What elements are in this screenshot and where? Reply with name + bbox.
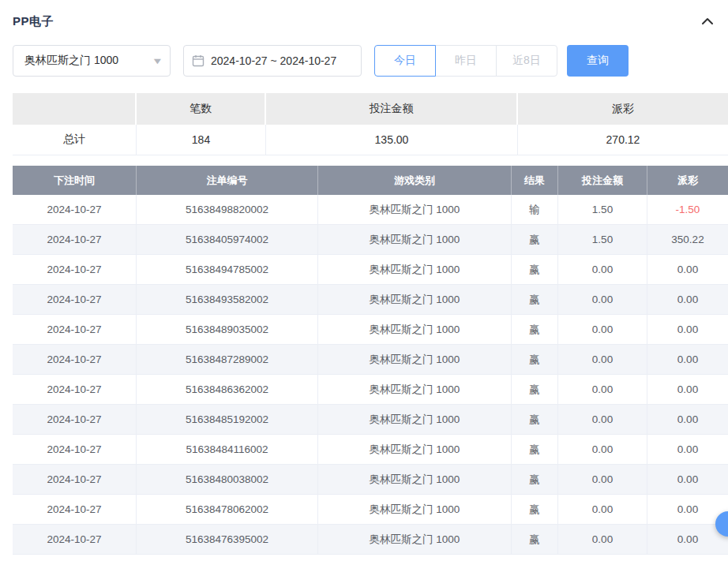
table-row: 2024-10-27 51638405974002 奥林匹斯之门 1000 赢 … [13, 225, 728, 255]
cell-result: 赢 [512, 255, 558, 285]
header-bet-amount: 投注金额 [558, 166, 647, 195]
today-button[interactable]: 今日 [374, 45, 436, 77]
pp-electronic-panel: PP电子 奥林匹斯之门 1000 ▼ 2024-10-27 ~ 2024-10-… [0, 0, 728, 561]
cell-bet-amount: 0.00 [558, 375, 647, 405]
cell-bet-time: 2024-10-27 [13, 345, 137, 375]
cell-bet-time: 2024-10-27 [13, 495, 137, 525]
summary-bet-amount-value: 135.00 [266, 125, 518, 155]
game-select-value: 奥林匹斯之门 1000 [24, 54, 118, 68]
summary-header-payout: 派彩 [518, 93, 728, 125]
table-header-row: 下注时间 注单编号 游戏类别 结果 投注金额 派彩 [13, 166, 728, 195]
header-result: 结果 [512, 166, 558, 195]
cell-bet-time: 2024-10-27 [13, 255, 137, 285]
summary-payout-value: 270.12 [518, 125, 728, 155]
cell-bet-time: 2024-10-27 [13, 465, 137, 495]
cell-bet-id: 51638487289002 [137, 345, 318, 375]
last-8-days-button[interactable]: 近8日 [496, 45, 557, 77]
cell-payout: 0.00 [647, 435, 728, 465]
table-row: 2024-10-27 51638476395002 奥林匹斯之门 1000 赢 … [13, 525, 728, 555]
cell-result: 赢 [512, 465, 558, 495]
header-bet-id: 注单编号 [137, 166, 318, 195]
search-button[interactable]: 查询 [567, 45, 629, 77]
cell-bet-amount: 1.50 [558, 195, 647, 225]
summary-header-bet-amount: 投注金额 [266, 93, 518, 125]
cell-game-category: 奥林匹斯之门 1000 [318, 495, 512, 525]
cell-bet-id: 51638486362002 [137, 375, 318, 405]
cell-bet-time: 2024-10-27 [13, 225, 137, 255]
cell-bet-id: 51638476395002 [137, 525, 318, 555]
panel-header: PP电子 [13, 11, 728, 32]
cell-bet-id: 51638405974002 [137, 225, 318, 255]
table-row: 2024-10-27 51638485192002 奥林匹斯之门 1000 赢 … [13, 405, 728, 435]
cell-payout: 0.00 [647, 465, 728, 495]
date-range-value: 2024-10-27 ~ 2024-10-27 [211, 54, 336, 67]
cell-game-category: 奥林匹斯之门 1000 [318, 255, 512, 285]
quick-date-buttons: 今日 昨日 近8日 [374, 45, 557, 77]
collapse-chevron-icon[interactable] [701, 17, 714, 25]
date-range-picker[interactable]: 2024-10-27 ~ 2024-10-27 [183, 45, 362, 77]
cell-game-category: 奥林匹斯之门 1000 [318, 345, 512, 375]
cell-bet-time: 2024-10-27 [13, 285, 137, 315]
summary-header-empty [13, 93, 137, 125]
summary-count-value: 184 [137, 125, 266, 155]
bets-table: 下注时间 注单编号 游戏类别 结果 投注金额 派彩 2024-10-27 516… [13, 166, 728, 555]
table-row: 2024-10-27 51638484116002 奥林匹斯之门 1000 赢 … [13, 435, 728, 465]
cell-bet-amount: 0.00 [558, 405, 647, 435]
cell-bet-time: 2024-10-27 [13, 195, 137, 225]
table-row: 2024-10-27 51638478062002 奥林匹斯之门 1000 赢 … [13, 495, 728, 525]
cell-bet-amount: 0.00 [558, 285, 647, 315]
cell-payout: 350.22 [647, 225, 728, 255]
header-game-category: 游戏类别 [318, 166, 512, 195]
cell-result: 赢 [512, 345, 558, 375]
filter-bar: 奥林匹斯之门 1000 ▼ 2024-10-27 ~ 2024-10-27 今日… [13, 45, 728, 77]
cell-result: 赢 [512, 315, 558, 345]
cell-bet-id: 51638484116002 [137, 435, 318, 465]
cell-game-category: 奥林匹斯之门 1000 [318, 465, 512, 495]
header-payout: 派彩 [647, 166, 728, 195]
cell-game-category: 奥林匹斯之门 1000 [318, 435, 512, 465]
cell-payout: 0.00 [647, 315, 728, 345]
cell-bet-id: 51638493582002 [137, 285, 318, 315]
cell-payout: 0.00 [647, 405, 728, 435]
chevron-down-icon: ▼ [152, 56, 163, 65]
cell-bet-amount: 1.50 [558, 225, 647, 255]
cell-bet-time: 2024-10-27 [13, 375, 137, 405]
cell-bet-time: 2024-10-27 [13, 525, 137, 555]
table-row: 2024-10-27 51638494785002 奥林匹斯之门 1000 赢 … [13, 255, 728, 285]
cell-bet-id: 51638494785002 [137, 255, 318, 285]
cell-result: 赢 [512, 285, 558, 315]
table-row: 2024-10-27 51638498820002 奥林匹斯之门 1000 输 … [13, 195, 728, 225]
cell-game-category: 奥林匹斯之门 1000 [318, 315, 512, 345]
summary-total-label: 总计 [13, 125, 137, 155]
cell-bet-id: 51638478062002 [137, 495, 318, 525]
summary-header-row: 笔数 投注金额 派彩 [13, 93, 728, 125]
table-row: 2024-10-27 51638493582002 奥林匹斯之门 1000 赢 … [13, 285, 728, 315]
table-row: 2024-10-27 51638487289002 奥林匹斯之门 1000 赢 … [13, 345, 728, 375]
table-body: 2024-10-27 51638498820002 奥林匹斯之门 1000 输 … [13, 195, 728, 555]
summary-total-row: 总计 184 135.00 270.12 [13, 125, 728, 155]
cell-bet-amount: 0.00 [558, 525, 647, 555]
summary-table: 笔数 投注金额 派彩 总计 184 135.00 270.12 [13, 93, 728, 155]
table-row: 2024-10-27 51638489035002 奥林匹斯之门 1000 赢 … [13, 315, 728, 345]
cell-game-category: 奥林匹斯之门 1000 [318, 195, 512, 225]
cell-payout: -1.50 [647, 195, 728, 225]
cell-game-category: 奥林匹斯之门 1000 [318, 375, 512, 405]
game-select[interactable]: 奥林匹斯之门 1000 ▼ [13, 45, 171, 77]
cell-game-category: 奥林匹斯之门 1000 [318, 405, 512, 435]
cell-bet-id: 51638480038002 [137, 465, 318, 495]
cell-result: 赢 [512, 405, 558, 435]
calendar-icon [192, 54, 205, 67]
yesterday-button[interactable]: 昨日 [435, 45, 497, 77]
cell-game-category: 奥林匹斯之门 1000 [318, 285, 512, 315]
cell-game-category: 奥林匹斯之门 1000 [318, 525, 512, 555]
cell-bet-id: 51638498820002 [137, 195, 318, 225]
cell-bet-time: 2024-10-27 [13, 405, 137, 435]
cell-bet-amount: 0.00 [558, 435, 647, 465]
cell-payout: 0.00 [647, 255, 728, 285]
summary-header-count: 笔数 [137, 93, 266, 125]
cell-bet-amount: 0.00 [558, 495, 647, 525]
cell-result: 赢 [512, 435, 558, 465]
page-title: PP电子 [13, 14, 54, 29]
cell-result: 输 [512, 195, 558, 225]
cell-result: 赢 [512, 225, 558, 255]
